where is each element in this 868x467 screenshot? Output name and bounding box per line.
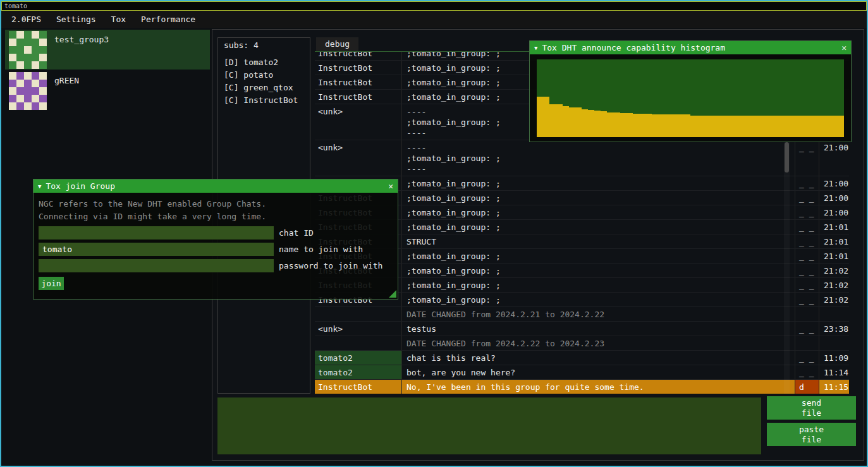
member-item[interactable]: [C] green_qtox <box>224 82 310 94</box>
histogram-bar <box>665 114 671 137</box>
message-row: tomato2bot, are you new here?_ _11:14 <box>315 365 849 380</box>
message-time: 21:00 <box>819 176 849 190</box>
sender-name <box>315 336 402 350</box>
avatar-pixel <box>16 87 24 95</box>
message-text: No, I've been in this group for quite so… <box>402 380 795 394</box>
message-text: ;tomato_in_group: ; <box>402 264 795 277</box>
histogram-bar <box>819 116 825 137</box>
message-time: 21:01 <box>819 234 849 248</box>
sidebar-item-green[interactable]: gREEN <box>5 71 210 111</box>
member-item[interactable]: [C] potato <box>224 69 310 82</box>
message-text: bot, are you new here? <box>402 365 795 379</box>
histogram-bar <box>761 116 767 137</box>
histogram-bar <box>735 116 742 137</box>
histogram-titlebar[interactable]: ▼ Tox DHT announce capability histogram … <box>530 41 851 54</box>
message-row: DATE CHANGED from 2024.2.22 to 2024.2.23 <box>315 336 849 351</box>
histogram-bar <box>697 116 703 137</box>
message-time: 21:00 <box>819 205 849 219</box>
avatar-pixel <box>32 61 39 69</box>
avatar-pixel <box>16 46 24 54</box>
member-item[interactable]: [C] InstructBot <box>224 94 310 107</box>
scrollbar-handle[interactable] <box>785 142 789 173</box>
message-text: DATE CHANGED from 2024.2.22 to 2024.2.23 <box>402 336 795 350</box>
message-status: _ _ <box>795 278 819 292</box>
message-text: chat is this real? <box>402 351 795 365</box>
join-button[interactable]: join <box>39 277 64 290</box>
collapse-arrow-icon[interactable]: ▼ <box>534 45 537 51</box>
histogram-bar <box>716 116 723 137</box>
message-time: 11:09 <box>819 351 849 365</box>
avatar-pixel <box>16 102 24 110</box>
message-text: DATE CHANGED from 2024.2.21 to 2024.2.22 <box>402 307 795 321</box>
join-password-label: password to join with <box>279 261 382 270</box>
sender-name: <unk> <box>315 322 402 336</box>
message-input[interactable] <box>217 397 761 454</box>
message-text: testus <box>402 322 795 336</box>
message-status: _ _ <box>795 264 819 277</box>
histogram-bar <box>607 112 613 137</box>
join-password-input[interactable] <box>39 259 274 272</box>
histogram-bar <box>709 116 716 137</box>
avatar-pixel <box>39 31 47 39</box>
chat-id-input[interactable] <box>39 226 274 240</box>
menu-item-performance[interactable]: Performance <box>133 12 203 27</box>
join-group-titlebar[interactable]: ▼ Tox join Group ✕ <box>34 179 398 193</box>
message-status: _ _ <box>795 234 819 248</box>
histogram-bar <box>684 114 690 137</box>
histogram-bar <box>639 114 645 137</box>
histogram-bar <box>671 114 678 137</box>
avatar-pixel <box>39 46 47 54</box>
paste-file-button[interactable]: paste file <box>767 423 856 446</box>
join-name-input[interactable] <box>39 243 274 256</box>
histogram-title: Tox DHT announce capability histogram <box>542 43 725 52</box>
join-group-title: Tox join Group <box>46 181 115 191</box>
sender-name: tomato2 <box>315 365 402 379</box>
message-status <box>795 307 819 321</box>
avatar-pixel <box>39 87 47 95</box>
group-name: gREEN <box>54 76 79 111</box>
avatar-pixel <box>32 80 39 87</box>
close-icon[interactable]: ✕ <box>841 43 847 52</box>
histogram-bar <box>729 116 735 137</box>
avatar-pixel <box>24 95 32 102</box>
join-group-window: ▼ Tox join Group ✕ NGC refers to the New… <box>33 179 398 300</box>
histogram-bar <box>678 114 684 137</box>
tab-debug[interactable]: debug <box>316 37 358 51</box>
app-window: tomato 2.0FPS SettingsToxPerformance tes… <box>0 0 868 467</box>
avatar-pixel <box>24 54 32 61</box>
histogram-bar <box>723 116 729 137</box>
histogram-bar <box>620 113 627 137</box>
message-text: ;tomato_in_group: ; <box>402 205 795 219</box>
sidebar-item-test_group3[interactable]: test_group3 <box>5 30 210 70</box>
member-item[interactable]: [D] tomato2 <box>224 56 310 69</box>
message-row: <unk>---- ;tomato_in_group: ; ----_ _21:… <box>315 140 849 176</box>
sender-name <box>315 307 402 321</box>
message-time: 21:01 <box>819 249 849 263</box>
message-time: 21:02 <box>819 264 849 277</box>
menu-item-tox[interactable]: Tox <box>104 12 133 27</box>
avatar-pixel <box>9 80 16 87</box>
histogram-bar <box>767 116 774 137</box>
histogram-bar <box>652 114 658 137</box>
send-file-button[interactable]: send file <box>767 396 856 420</box>
avatar-pixel <box>32 87 39 95</box>
histogram-bar <box>825 116 831 137</box>
menu-item-settings[interactable]: Settings <box>49 12 104 27</box>
message-text: ;tomato_in_group: ; <box>402 176 795 190</box>
avatar-pixel <box>39 102 47 110</box>
menu-bar: 2.0FPS SettingsToxPerformance <box>1 11 867 28</box>
avatar-pixel <box>39 54 47 61</box>
message-status: _ _ <box>795 365 819 379</box>
message-text: ---- ;tomato_in_group: ; ---- <box>402 140 795 176</box>
avatar-pixel <box>16 80 24 87</box>
message-text: ;tomato_in_group: ; <box>402 249 795 263</box>
close-icon[interactable]: ✕ <box>388 181 393 191</box>
collapse-arrow-icon[interactable]: ▼ <box>38 183 41 190</box>
avatar-pixel <box>24 102 32 110</box>
sender-name: InstructBot <box>315 75 402 89</box>
os-titlebar[interactable]: tomato <box>1 1 867 11</box>
resize-grip[interactable] <box>389 290 396 298</box>
avatar-pixel <box>16 31 24 39</box>
histogram-bar <box>658 114 664 137</box>
avatar-pixel <box>16 39 24 46</box>
